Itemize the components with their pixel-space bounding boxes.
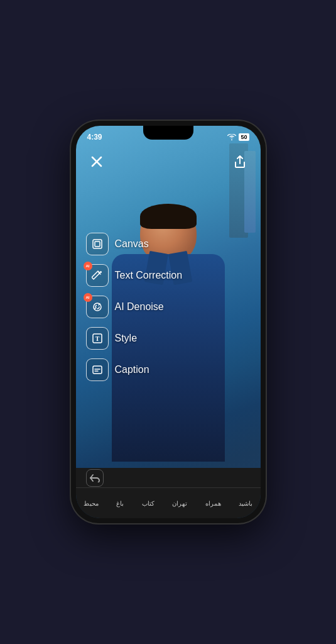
back-button[interactable] <box>86 469 104 487</box>
ai-denoise-icon-wrap: AI <box>86 296 109 318</box>
tag-4[interactable]: تهران <box>172 500 187 507</box>
notch <box>143 126 193 140</box>
menu-item-text-correction[interactable]: AI Text Correction <box>86 264 183 287</box>
text-correction-icon-wrap: AI <box>86 264 109 287</box>
svg-point-4 <box>100 271 102 273</box>
caption-icon <box>92 364 103 375</box>
bottom-back-row <box>76 468 261 488</box>
close-button[interactable] <box>86 151 107 172</box>
menu-item-style[interactable]: T Style <box>86 327 183 350</box>
phone-screen: 4:39 50 <box>76 126 261 518</box>
close-icon <box>90 155 103 168</box>
wifi-icon <box>227 134 236 140</box>
phone-frame: 4:39 50 <box>71 121 266 523</box>
style-label: Style <box>115 333 138 344</box>
style-icon-wrap: T <box>86 327 109 350</box>
canvas-icon <box>92 238 103 250</box>
svg-text:T: T <box>95 335 99 342</box>
style-icon: T <box>92 333 103 344</box>
status-icons: 50 <box>227 133 249 141</box>
svg-rect-8 <box>93 366 102 374</box>
canvas-icon-wrap <box>86 233 109 255</box>
menu-list: Canvas AI Text Correction <box>86 233 183 381</box>
ai-denoise-label: AI Denoise <box>115 301 164 313</box>
menu-item-ai-denoise[interactable]: AI AI Denoise <box>86 296 183 318</box>
svg-rect-2 <box>93 240 102 248</box>
tag-1[interactable]: محیط <box>84 500 99 507</box>
bottom-bar: محیط باغ کتاب تهران همراه باشید <box>76 468 261 518</box>
caption-label: Caption <box>115 364 149 375</box>
text-correction-ai-badge: AI <box>84 262 92 270</box>
text-correction-label: Text Correction <box>115 270 183 281</box>
back-icon <box>90 474 100 482</box>
text-correction-icon <box>92 270 103 281</box>
ui-overlay: Canvas AI Text Correction <box>76 126 261 518</box>
tag-5[interactable]: همراه <box>205 500 221 507</box>
share-button[interactable] <box>229 151 251 172</box>
ai-denoise-icon <box>92 301 103 313</box>
tag-6[interactable]: باشید <box>239 500 252 507</box>
tag-2[interactable]: باغ <box>116 500 124 507</box>
tags-row: محیط باغ کتاب تهران همراه باشید <box>76 488 261 518</box>
battery-badge: 50 <box>239 133 249 141</box>
tag-3[interactable]: کتاب <box>142 500 154 507</box>
share-icon <box>234 155 246 169</box>
status-time: 4:39 <box>87 133 102 142</box>
ai-denoise-ai-badge: AI <box>84 293 92 302</box>
canvas-label: Canvas <box>115 238 149 250</box>
caption-icon-wrap <box>86 358 109 381</box>
svg-rect-3 <box>95 242 100 247</box>
menu-item-canvas[interactable]: Canvas <box>86 233 183 255</box>
menu-item-caption[interactable]: Caption <box>86 358 183 381</box>
